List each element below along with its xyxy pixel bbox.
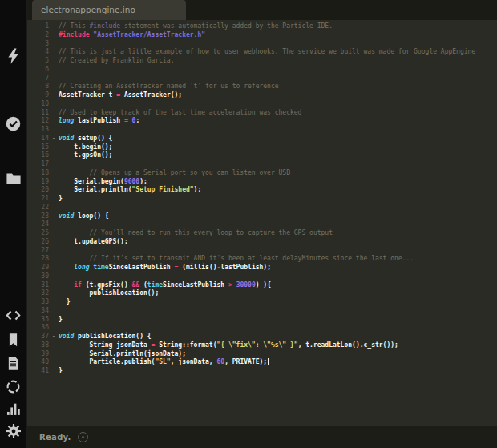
code-text: // Used to keep track of the last time a…: [59, 109, 497, 118]
fold-marker-empty: [49, 307, 59, 316]
bookmark-icon[interactable]: [0, 333, 26, 348]
gutter: 26: [27, 238, 59, 247]
fold-marker-empty: [49, 350, 59, 359]
fold-marker-empty: [49, 109, 59, 118]
code-line[interactable]: 4// This is just a little example of how…: [27, 48, 497, 57]
code-line[interactable]: 21}: [27, 195, 497, 204]
code-line[interactable]: 6: [27, 66, 497, 75]
line-number: 39: [27, 350, 49, 359]
code-text: }: [59, 298, 497, 307]
spinner-icon[interactable]: [0, 379, 26, 394]
code-line[interactable]: 29 long timeSinceLastPublish = (millis()…: [27, 264, 497, 272]
code-line[interactable]: 27: [27, 247, 497, 256]
code-line[interactable]: 22: [27, 204, 497, 212]
fold-marker-empty: [49, 31, 59, 40]
code-line[interactable]: 9AssetTracker t = AssetTracker();: [27, 91, 497, 100]
gutter: 39: [27, 350, 59, 359]
bar-chart-icon[interactable]: [0, 402, 26, 416]
gutter: 36: [27, 324, 59, 333]
fold-marker-empty: [49, 143, 59, 152]
fold-marker-empty: [49, 341, 59, 350]
fold-marker-icon[interactable]: -: [49, 135, 59, 143]
code-text: }: [59, 316, 497, 325]
code-line[interactable]: 18 // Opens up a Serial port so you can …: [27, 169, 497, 178]
code-line[interactable]: 16 t.gpsOn();: [27, 151, 497, 160]
file-text-icon[interactable]: [0, 356, 26, 371]
flash-icon[interactable]: [0, 46, 26, 66]
code-line[interactable]: 40 Particle.publish("SL", jsonData, 60, …: [27, 358, 497, 367]
gutter: 18: [27, 169, 59, 178]
fold-marker-empty: [49, 126, 59, 135]
fold-marker-empty: [49, 358, 59, 367]
fold-marker-empty: [49, 169, 59, 178]
code-icon[interactable]: [0, 309, 26, 322]
check-circle-icon[interactable]: [0, 115, 26, 132]
line-number: 30: [27, 272, 49, 281]
code-line[interactable]: 35}: [27, 316, 497, 325]
code-text: // Creating an AssetTracker named 't' fo…: [59, 83, 497, 91]
code-text: void setup() {: [59, 135, 497, 143]
code-line[interactable]: 31- if (t.gpsFix() && (timeSinceLastPubl…: [27, 281, 497, 290]
code-text: long timeSinceLastPublish = (millis()-la…: [59, 264, 497, 272]
fold-marker-icon[interactable]: -: [49, 212, 59, 221]
tab-electronappengine-ino[interactable]: electronappengine.ino: [32, 0, 186, 20]
code-line[interactable]: 25 // You'll need to run this every loop…: [27, 229, 497, 238]
fold-marker-empty: [49, 117, 59, 126]
line-number: 1: [27, 22, 49, 31]
code-text: [59, 204, 497, 212]
fold-marker-icon[interactable]: -: [49, 281, 59, 290]
fold-marker-empty: [49, 324, 59, 333]
code-line[interactable]: 23-void loop() {: [27, 212, 497, 221]
gutter: 15: [27, 143, 59, 152]
code-line[interactable]: 30: [27, 272, 497, 281]
code-editor[interactable]: 1// This #include statement was automati…: [27, 20, 497, 426]
line-number: 26: [27, 238, 49, 247]
code-line[interactable]: 8// Creating an AssetTracker named 't' f…: [27, 83, 497, 91]
code-line[interactable]: 13: [27, 126, 497, 135]
code-text: AssetTracker t = AssetTracker();: [59, 91, 497, 100]
line-number: 32: [27, 289, 49, 298]
code-line[interactable]: 10: [27, 100, 497, 109]
code-line[interactable]: 41}: [27, 367, 497, 376]
gear-icon[interactable]: [0, 423, 26, 439]
gutter: 24: [27, 220, 59, 229]
code-line[interactable]: 7: [27, 75, 497, 83]
line-number: 36: [27, 324, 49, 333]
gutter: 3: [27, 40, 59, 49]
code-text: #include "AssetTracker/AssetTracker.h": [59, 31, 497, 40]
code-text: Serial.begin(9600);: [59, 178, 497, 187]
tab-bar: electronappengine.ino: [27, 0, 497, 20]
code-line[interactable]: 3: [27, 40, 497, 49]
line-number: 22: [27, 204, 49, 212]
code-line[interactable]: 37-void publishLocation() {: [27, 333, 497, 341]
code-line[interactable]: 34: [27, 307, 497, 316]
code-line[interactable]: 24: [27, 220, 497, 229]
code-line[interactable]: 2#include "AssetTracker/AssetTracker.h": [27, 31, 497, 40]
status-bar: Ready.: [27, 426, 497, 448]
line-number: 11: [27, 109, 49, 118]
status-signal-icon[interactable]: [78, 432, 88, 442]
code-line[interactable]: 1// This #include statement was automati…: [27, 22, 497, 31]
code-line[interactable]: 28 // If it's set to transmit AND it's b…: [27, 255, 497, 264]
code-line[interactable]: 15 t.begin();: [27, 143, 497, 152]
code-line[interactable]: 14-void setup() {: [27, 135, 497, 143]
code-text: [59, 100, 497, 109]
code-line[interactable]: 12long lastPublish = 0;: [27, 117, 497, 126]
code-line[interactable]: 32 publishLocation();: [27, 289, 497, 298]
code-text: [59, 75, 497, 83]
code-line[interactable]: 11// Used to keep track of the last time…: [27, 109, 497, 118]
fold-marker-icon[interactable]: -: [49, 333, 59, 341]
folder-icon[interactable]: [0, 172, 26, 186]
gutter: 28: [27, 255, 59, 264]
code-line[interactable]: 33 }: [27, 298, 497, 307]
code-line[interactable]: 39 Serial.println(jsonData);: [27, 350, 497, 359]
code-line[interactable]: 38 String jsonData = String::format("{ \…: [27, 341, 497, 350]
code-line[interactable]: 36: [27, 324, 497, 333]
code-line[interactable]: 17: [27, 160, 497, 169]
code-line[interactable]: 5// Created by Franklin Garcia.: [27, 57, 497, 66]
code-line[interactable]: 19 Serial.begin(9600);: [27, 178, 497, 187]
code-line[interactable]: 20 Serial.println("Setup Finished");: [27, 186, 497, 195]
code-line[interactable]: 26 t.updateGPS();: [27, 238, 497, 247]
fold-marker-empty: [49, 66, 59, 75]
sidebar-icon-rail: [0, 0, 27, 448]
